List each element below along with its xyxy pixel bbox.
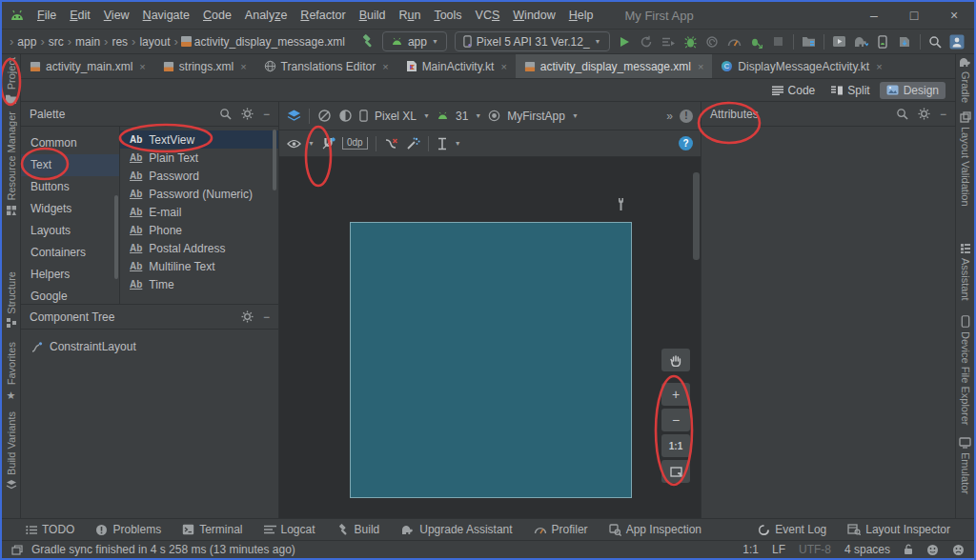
sync-project-icon[interactable] [798,31,820,51]
close-icon[interactable]: × [139,61,145,72]
toolbar-overflow-chevrons[interactable]: » [666,110,673,123]
palette-item-textview[interactable]: AbTextView [120,130,278,149]
help-icon[interactable]: ? [679,136,693,150]
status-message[interactable]: Gradle sync finished in 4 s 258 ms (13 m… [31,543,295,556]
minimize-button[interactable]: – [854,2,894,29]
zoom-actual-size-button[interactable]: 1:1 [661,434,690,457]
sidebar-item-favorites[interactable]: Favorites ★ [6,342,17,401]
scrollbar[interactable] [114,195,118,279]
sidebar-item-build-variants[interactable]: Build Variants [6,411,17,490]
close-icon[interactable]: × [382,61,388,72]
palette-item-phone[interactable]: AbPhone [120,221,278,239]
sidebar-item-resource-manager[interactable]: Resource Manager [6,111,17,216]
menu-run[interactable]: Run [392,9,427,22]
menu-help[interactable]: Help [562,9,600,22]
rerun-icon[interactable] [636,31,658,51]
running-devices-icon[interactable] [872,31,894,51]
breadcrumb-file[interactable]: activity_display_message.xml [193,35,347,49]
palette-category-buttons[interactable]: Buttons [21,176,119,198]
toolwindow-event-log[interactable]: Event Log [747,523,837,536]
breadcrumb-src[interactable]: src [47,35,66,49]
scrollbar[interactable] [273,130,276,190]
palette-category-helpers[interactable]: Helpers [21,264,119,286]
sidebar-item-assistant[interactable]: Assistant [960,243,971,301]
scrollbar[interactable] [693,172,700,260]
debug-button[interactable] [680,31,702,51]
breadcrumb-layout[interactable]: layout [137,35,172,49]
palette-item-postal-address[interactable]: AbPostal Address [120,239,278,257]
profile-avatar[interactable] [946,31,968,51]
zoom-out-button[interactable]: − [661,409,690,431]
menu-vcs[interactable]: VCS [469,9,507,22]
palette-item-email[interactable]: AbE-mail [120,203,278,221]
palette-category-layouts[interactable]: Layouts [21,220,119,242]
happy-face-icon[interactable] [926,544,939,556]
device-picker[interactable]: Pixel XL [375,110,417,123]
run-config-selector[interactable]: app ▼ [382,31,447,51]
tab-mainactivity-kt[interactable]: MainActivity.kt × [397,54,516,78]
close-icon[interactable]: × [500,61,506,72]
toolwindow-app-inspection[interactable]: App Inspection [599,523,712,536]
minimize-panel-icon[interactable]: − [940,108,946,121]
pack-align-icon[interactable] [437,137,448,150]
search-everywhere-icon[interactable] [925,31,946,51]
clear-constraints-icon[interactable] [384,137,399,150]
menu-edit[interactable]: Edit [63,9,97,22]
encoding-indicator[interactable]: UTF-8 [799,543,831,556]
palette-item-time[interactable]: AbTime [120,275,278,293]
zoom-in-button[interactable]: + [661,383,690,406]
maximize-button[interactable]: □ [894,2,934,29]
api-level-picker[interactable]: 31 [456,110,468,123]
tab-activity-display-message-xml[interactable]: activity_display_message.xml × [516,54,713,78]
view-options-eye-icon[interactable] [287,139,301,149]
palette-category-common[interactable]: Common [21,132,119,154]
toolwindow-profiler[interactable]: Profiler [523,523,599,536]
sidebar-item-device-file-explorer[interactable]: Device File Explorer [960,315,971,425]
search-icon[interactable] [219,108,232,120]
run-with-coverage-icon[interactable] [658,31,680,51]
gear-icon[interactable] [918,108,930,120]
minimize-panel-icon[interactable]: − [263,108,270,121]
tab-strings-xml[interactable]: strings.xml × [154,54,255,78]
gear-icon[interactable] [241,310,254,323]
menu-navigate[interactable]: Navigate [136,9,196,22]
search-icon[interactable] [896,108,908,120]
run-button[interactable] [614,31,636,51]
menu-tools[interactable]: Tools [427,9,468,22]
palette-category-widgets[interactable]: Widgets [21,198,119,220]
design-surface-icon[interactable] [287,110,301,122]
toolwindow-todo[interactable]: TODO [15,523,85,536]
close-icon[interactable]: × [698,61,703,72]
theme-icon[interactable] [338,109,353,123]
render-options-wrench-icon[interactable] [616,197,626,211]
gradle-sync-elephant-icon[interactable] [850,31,872,51]
build-hammer-icon[interactable] [356,31,378,51]
palette-item-multiline-text[interactable]: AbMultiline Text [120,257,278,275]
design-canvas[interactable]: + − 1:1 [279,157,701,518]
gear-icon[interactable] [241,108,254,120]
close-button[interactable]: × [934,2,974,29]
palette-item-password[interactable]: AbPassword [120,167,278,185]
menu-view[interactable]: View [97,9,136,22]
menu-file[interactable]: File [30,9,63,22]
autoconnect-magnet-icon[interactable] [321,136,336,150]
default-margins-button[interactable]: 0dp [342,137,368,150]
profiler-gauge-icon[interactable] [723,31,745,51]
orientation-icon[interactable] [317,109,332,123]
stop-button[interactable] [767,31,789,51]
minimize-panel-icon[interactable]: − [263,310,270,324]
toolwindow-logcat[interactable]: Logcat [254,523,326,536]
window-stack-icon[interactable] [11,545,23,555]
close-icon[interactable]: × [240,61,246,72]
toolwindow-upgrade-assistant[interactable]: Upgrade Assistant [390,523,522,536]
palette-category-containers[interactable]: Containers [21,242,119,264]
palette-item-password-numeric[interactable]: AbPassword (Numeric) [120,185,278,203]
tab-displaymessageactivity-kt[interactable]: C DisplayMessageActivity.kt × [712,54,890,78]
indent-indicator[interactable]: 4 spaces [844,543,890,556]
pan-button[interactable] [661,349,690,371]
unlock-icon[interactable] [904,544,913,555]
render-issues-icon[interactable]: ! [680,110,693,123]
sad-face-icon[interactable] [952,544,965,556]
breadcrumb-res[interactable]: res [110,35,130,49]
menu-code[interactable]: Code [196,9,238,22]
